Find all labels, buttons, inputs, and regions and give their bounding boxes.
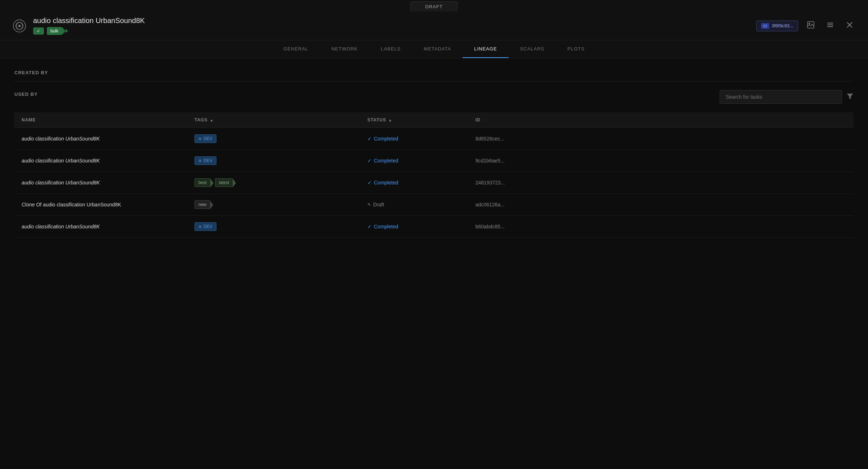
used-by-header: USED BY <box>14 90 854 104</box>
table-body: audio classification UrbanSound8K ⚙ DEV … <box>14 128 854 238</box>
status-completed: ✓ Completed <box>367 136 461 142</box>
header: audio classification UrbanSound8K ✓ bulk… <box>0 12 868 40</box>
app-icon <box>12 18 27 34</box>
row-0-status: ✓ Completed <box>360 128 468 150</box>
tag-dev[interactable]: ⚙ DEV <box>194 222 216 231</box>
tab-metadata[interactable]: METADATA <box>412 40 463 58</box>
svg-marker-10 <box>847 94 853 99</box>
dev-tag-icon: ⚙ <box>198 225 202 229</box>
app-title-block: audio classification UrbanSound8K ✓ bulk <box>33 17 145 35</box>
row-2-name-text: audio classification UrbanSound8K <box>22 180 100 186</box>
close-icon <box>846 21 854 29</box>
tag-new[interactable]: new <box>194 200 210 209</box>
status-text: Completed <box>374 136 398 142</box>
used-by-label: USED BY <box>14 91 38 97</box>
row-2-tags: bestlatest <box>187 172 360 194</box>
tag-bulk-arrow-shape <box>62 27 66 35</box>
tab-plots[interactable]: PLOTS <box>556 40 596 58</box>
status-draft: ✎ Draft <box>367 202 461 207</box>
dev-tag-icon: ⚙ <box>198 137 202 141</box>
nav-tabs: GENERALNETWORKLABELSMETADATALINEAGESCALA… <box>0 40 868 58</box>
row-4-status: ✓ Completed <box>360 216 468 238</box>
id-badge: ID 3f6f9c93... <box>756 21 798 31</box>
row-3-id: adc06126a... <box>468 194 854 216</box>
tag-bulk[interactable]: bulk <box>47 27 62 35</box>
table-row[interactable]: audio classification UrbanSound8K ⚙ DEV … <box>14 150 854 172</box>
status-text: Completed <box>374 180 398 186</box>
row-3-status: ✎ Draft <box>360 194 468 216</box>
created-by-label: CREATED BY <box>14 70 854 75</box>
col-header-status[interactable]: STATUS ▲ <box>360 112 468 128</box>
row-4-name: audio classification UrbanSound8K <box>14 216 187 238</box>
status-completed: ✓ Completed <box>367 180 461 186</box>
filter-tags-icon: ▲ <box>210 118 214 122</box>
id-label: ID <box>761 23 769 29</box>
search-box <box>720 90 854 104</box>
row-2-status: ✓ Completed <box>360 172 468 194</box>
header-left: audio classification UrbanSound8K ✓ bulk <box>12 17 145 35</box>
row-2-id: 248193723... <box>468 172 854 194</box>
check-mark: ✓ <box>37 28 40 34</box>
tab-labels[interactable]: LABELS <box>369 40 412 58</box>
row-0-name: audio classification UrbanSound8K <box>14 128 187 150</box>
tag-best[interactable]: best <box>194 178 211 187</box>
col-header-name: NAME <box>14 112 187 128</box>
content-area: CREATED BY USED BY NAMETAGS ▲STATUS ▲ID … <box>0 58 868 249</box>
image-icon <box>807 21 815 29</box>
tab-lineage[interactable]: LINEAGE <box>462 40 508 58</box>
tab-network[interactable]: NETWORK <box>320 40 369 58</box>
id-value: 3f6f9c93... <box>771 23 793 28</box>
row-3-name: Clone Of audio classification UrbanSound… <box>14 194 187 216</box>
dev-tag-label: DEV <box>203 158 212 163</box>
status-text: Completed <box>374 224 398 229</box>
row-3-name-text: Clone Of audio classification UrbanSound… <box>22 202 121 207</box>
tab-scalars[interactable]: SCALARS <box>509 40 556 58</box>
row-1-tags: ⚙ DEV <box>187 150 360 172</box>
close-button[interactable] <box>843 19 856 32</box>
tag-dev[interactable]: ⚙ DEV <box>194 156 216 165</box>
row-2-name: audio classification UrbanSound8K <box>14 172 187 194</box>
table-header: NAMETAGS ▲STATUS ▲ID <box>14 112 854 128</box>
table-row[interactable]: audio classification UrbanSound8K ⚙ DEV … <box>14 216 854 238</box>
search-input[interactable] <box>720 90 842 104</box>
image-button[interactable] <box>804 19 818 32</box>
row-1-status: ✓ Completed <box>360 150 468 172</box>
dev-tag-icon: ⚙ <box>198 159 202 163</box>
table-row[interactable]: Clone Of audio classification UrbanSound… <box>14 194 854 216</box>
status-completed: ✓ Completed <box>367 224 461 229</box>
row-4-id: b60abdc85... <box>468 216 854 238</box>
header-right: ID 3f6f9c93... <box>756 19 856 32</box>
row-1-name: audio classification UrbanSound8K <box>14 150 187 172</box>
svg-point-2 <box>18 25 21 27</box>
status-text: Completed <box>374 158 398 164</box>
tasks-table: NAMETAGS ▲STATUS ▲ID audio classificatio… <box>14 112 854 238</box>
table-row[interactable]: audio classification UrbanSound8K ⚙ DEV … <box>14 128 854 150</box>
menu-button[interactable] <box>823 19 837 32</box>
col-header-tags[interactable]: TAGS ▲ <box>187 112 360 128</box>
table-row[interactable]: audio classification UrbanSound8Kbestlat… <box>14 172 854 194</box>
row-0-tags: ⚙ DEV <box>187 128 360 150</box>
tag-latest[interactable]: latest <box>215 178 233 187</box>
row-0-id: 8d6526cec... <box>468 128 854 150</box>
created-by-divider <box>14 81 854 81</box>
col-header-id: ID <box>468 112 854 128</box>
dev-tag-label: DEV <box>203 224 212 229</box>
svg-point-4 <box>809 23 810 24</box>
check-icon: ✓ <box>367 224 372 229</box>
tag-bulk-wrapper: bulk <box>47 27 66 35</box>
draft-tab-bar: DRAFT <box>0 0 868 12</box>
filter-icon[interactable] <box>846 93 854 101</box>
row-3-tags: new <box>187 194 360 216</box>
row-4-name-text: audio classification UrbanSound8K <box>22 224 100 229</box>
filter-status-icon: ▲ <box>388 118 392 122</box>
dev-tag-label: DEV <box>203 136 212 141</box>
app-logo-icon <box>13 19 26 33</box>
tag-dev[interactable]: ⚙ DEV <box>194 134 216 143</box>
row-1-name-text: audio classification UrbanSound8K <box>22 158 100 164</box>
check-icon: ✓ <box>367 158 372 164</box>
tag-check[interactable]: ✓ <box>33 27 44 35</box>
check-icon: ✓ <box>367 180 372 186</box>
pencil-icon: ✎ <box>367 202 371 207</box>
tab-general[interactable]: GENERAL <box>272 40 320 58</box>
draft-tab[interactable]: DRAFT <box>411 1 457 12</box>
